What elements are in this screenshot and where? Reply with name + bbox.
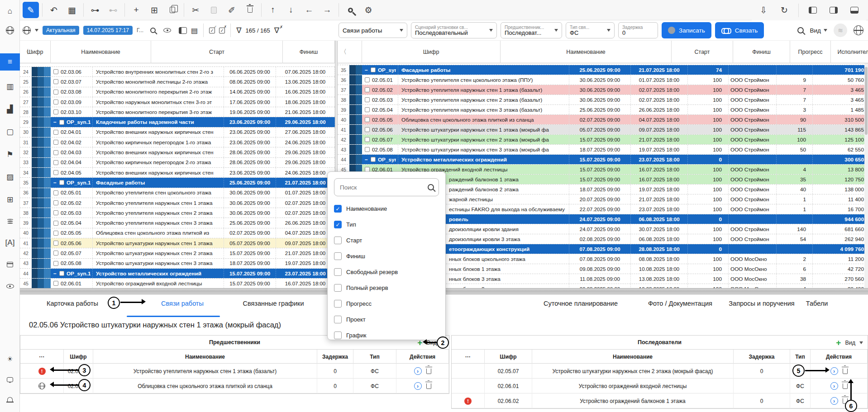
sidebar-item-kanban[interactable]: ▥ [0, 78, 20, 95]
goto-link-icon[interactable]: › [414, 367, 422, 375]
edit-button[interactable]: ✎ [23, 2, 39, 18]
panel-right-button[interactable] [825, 2, 842, 19]
row-checkbox[interactable] [365, 77, 370, 82]
row-checkbox[interactable] [53, 160, 58, 165]
option-checkbox[interactable] [334, 316, 342, 323]
table-row[interactable]: 3602.05.01Устройство утеплителя стен цок… [20, 188, 335, 198]
row-checkbox[interactable] [53, 210, 58, 215]
row-checkbox[interactable] [371, 157, 376, 162]
table-row[interactable]: 4202.05.07Устройство штукатурки наружных… [338, 135, 868, 145]
row-checkbox[interactable] [53, 281, 58, 286]
date-badge[interactable]: 14.07.2025 17:17 [83, 26, 133, 35]
column-header[interactable]: Задержка [734, 350, 790, 364]
check-all-icon[interactable]: ✓✓ [209, 28, 215, 33]
collapse-row-icon[interactable]: − [53, 180, 57, 186]
column-option[interactable]: Старт [334, 232, 439, 248]
table-row[interactable]: 44−OP_syn.1.1.Устройство металлических о… [20, 269, 335, 279]
sidebar-item-charts[interactable]: ▟ [0, 100, 20, 118]
table-row[interactable]: 4102.05.06Устройство штукатурки наружных… [338, 125, 868, 135]
row-checkbox[interactable] [53, 190, 58, 195]
row-checkbox[interactable] [59, 120, 64, 125]
uncheck-all-icon[interactable]: ✓✗ [219, 28, 225, 33]
row-checkbox[interactable] [365, 117, 370, 122]
panel-bottom-button[interactable] [846, 2, 863, 19]
globe-icon[interactable] [23, 26, 31, 34]
delete-link-icon[interactable] [426, 369, 431, 374]
table-row[interactable]: 3802.05.03Устройство утеплителя наружных… [338, 95, 868, 105]
sidebar-item-calendar[interactable] [0, 256, 20, 273]
table-row[interactable]: 3902.05.04Устройство утеплителя наружных… [338, 105, 868, 115]
row-checkbox[interactable] [53, 231, 58, 236]
column-header[interactable]: Наименование [51, 41, 151, 63]
table-row[interactable]: 2402.03.06Устройство внутренних монолитн… [20, 67, 335, 77]
goto-link-icon[interactable]: › [830, 397, 838, 405]
chevron-down-icon[interactable] [35, 29, 38, 32]
import-button[interactable]: ⇩ [755, 2, 772, 19]
panel-left-button[interactable] [805, 2, 821, 19]
globe-icon[interactable] [854, 25, 863, 35]
row-checkbox[interactable] [53, 69, 58, 74]
row-checkbox[interactable] [365, 107, 370, 112]
row-checkbox[interactable] [59, 180, 64, 185]
table-row[interactable]: 3002.04.01Устройство внешних наружных ки… [20, 128, 335, 137]
row-checkbox[interactable] [365, 97, 370, 102]
sidebar-item-comments[interactable] [0, 371, 20, 388]
column-header[interactable]: Тип [790, 350, 811, 364]
row-checkbox[interactable] [365, 127, 370, 132]
refresh-button[interactable]: ↻ [776, 2, 792, 19]
row-checkbox[interactable] [53, 130, 58, 135]
column-header[interactable]: ··· [452, 350, 485, 364]
tab-2[interactable]: Связи работы [161, 300, 204, 307]
insert-row-button[interactable]: + [128, 2, 144, 18]
collapse-row-icon[interactable]: − [53, 119, 57, 125]
row-checkbox[interactable] [59, 271, 64, 276]
link-button[interactable]: Связать [715, 22, 764, 38]
row-checkbox[interactable] [53, 150, 58, 155]
table-row[interactable]: 3402.04.05Устройство внешних наружных ки… [20, 168, 335, 178]
sidebar-item-brightness[interactable]: ☀ [0, 350, 20, 368]
move-left-button[interactable]: ← [301, 2, 317, 18]
tab-5[interactable]: Фото / Документация [648, 300, 712, 307]
column-header[interactable]: Наименование [501, 41, 672, 63]
table-row[interactable]: 4002.05.05Облицовка стен цокольного этаж… [20, 228, 335, 238]
option-checkbox[interactable]: ✓ [334, 205, 342, 213]
collapse-pane-icon[interactable]: 〈 [340, 48, 347, 56]
insert-copy-button[interactable]: ⊞ [146, 2, 162, 18]
direction-select[interactable]: Предшественник... Последоват... [501, 22, 562, 38]
duplicate-button[interactable] [164, 2, 181, 18]
add-link-alt-button[interactable]: ⊷ [105, 2, 121, 18]
goto-link-icon[interactable]: › [414, 382, 422, 390]
scrollbar[interactable] [864, 63, 868, 288]
sidebar-item-home[interactable]: ⌂ [0, 3, 20, 20]
table-row[interactable]: 4302.05.08Устройство штукатурки наружных… [20, 259, 335, 269]
column-header[interactable]: Финиш [283, 41, 335, 63]
tab-1[interactable]: Карточка работы [47, 300, 98, 307]
scenario-select[interactable]: Сценарий установки св... Последовательны… [411, 22, 497, 38]
table-row[interactable]: 4202.05.07Устройство штукатурки наружных… [20, 248, 335, 258]
table-row[interactable]: 3802.05.03Устройство утеплителя наружных… [20, 208, 335, 218]
row-checkbox[interactable] [53, 241, 58, 246]
column-option[interactable]: Свободный резерв [334, 264, 439, 280]
sidebar-item-schedule-list[interactable]: ≡ [0, 53, 20, 71]
column-option[interactable]: ✓Наименование [334, 201, 439, 217]
column-header[interactable]: Шифр [485, 350, 532, 364]
row-checkbox[interactable] [365, 137, 370, 142]
scrollbar-thumb[interactable] [865, 67, 868, 135]
option-checkbox[interactable] [334, 252, 342, 260]
filter-clear-icon[interactable]: ∇✗ [274, 26, 279, 35]
sidebar-item-objects[interactable]: ▢ [0, 123, 20, 140]
undo-button[interactable]: ↶ [46, 2, 62, 18]
table-row[interactable]: 4302.05.08Устройство штукатурки наружных… [338, 145, 868, 155]
column-option[interactable]: Прогресс [334, 296, 439, 312]
table-row[interactable]: 4002.05.05Облицовка стен цокольного этаж… [338, 115, 868, 125]
cut-button[interactable]: ✂ [187, 2, 204, 18]
sidebar-item-apps-grid[interactable]: ⊞ [0, 191, 20, 208]
link-row[interactable]: !02.06.02Устройство ограждений балконов … [452, 393, 868, 408]
table-row[interactable]: 2502.03.07Устройство монолитной лестницы… [20, 77, 335, 87]
column-option[interactable]: Проект [334, 312, 439, 327]
visibility-icon[interactable] [163, 28, 171, 33]
row-checkbox[interactable] [53, 261, 58, 266]
column-option[interactable]: ✓Тип [334, 217, 439, 232]
sidebar-item-database[interactable] [0, 213, 20, 230]
dropdown-search[interactable] [334, 178, 439, 196]
